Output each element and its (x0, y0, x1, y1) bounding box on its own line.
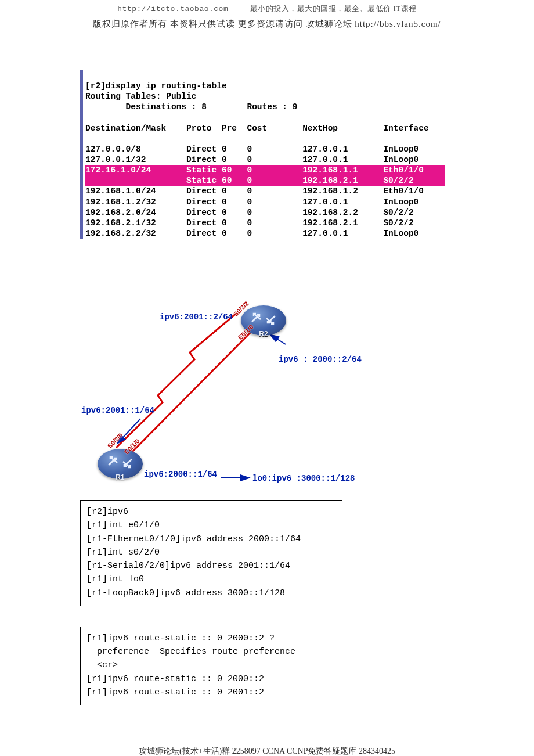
code-box-1: [r2]ipv6 [r1]int e0/1/0 [r1-Ethernet0/1/… (80, 500, 342, 606)
page-header-top: http://itcto.taobao.com 最小的投入，最大的回报，最全、最… (0, 3, 534, 14)
header-url: http://itcto.taobao.com (117, 5, 228, 13)
topology-diagram: R2 R1 ipv6:2001::2/64 ipv6 : 2000::2/64 … (81, 303, 447, 488)
svg-line-0 (131, 325, 258, 453)
routing-header-row: Destination/Mask Proto Pre Cost NextHop … (85, 124, 429, 133)
code-box-2: [r1]ipv6 route-static :: 0 2000::2 ? pre… (80, 627, 342, 705)
label-r2-eth: ipv6 : 2000::2/64 (279, 355, 362, 364)
label-r1-eth: ipv6:2000::1/64 (144, 470, 217, 479)
label-r2-serial: ipv6:2001::2/64 (160, 312, 233, 322)
label-r1-lo0: lo0:ipv6 :3000::1/128 (252, 474, 355, 483)
page-footer-line1: 攻城狮论坛(技术+生活)群 2258097 CCNA|CCNP免费答疑题库 28… (0, 746, 534, 756)
router-r1: R1 (98, 449, 143, 479)
router-r1-label: R1 (98, 473, 143, 481)
page-header-copyright: 版权归原作者所有 本资料只供试读 更多资源请访问 攻城狮论坛 http://bb… (0, 19, 534, 30)
routing-summary: Destinations : 8 Routes : 9 (85, 102, 297, 111)
routing-rows: 127.0.0.0/8 Direct 0 0 127.0.0.1 InLoop0… (85, 145, 445, 238)
header-slogan: 最小的投入，最大的回报，最全、最低价 IT课程 (250, 4, 417, 13)
routing-table-block: [r2]display ip routing-table Routing Tab… (80, 70, 445, 239)
routing-cmd: [r2]display ip routing-table (85, 81, 227, 91)
label-r1-serial: ipv6:2001::1/64 (81, 406, 154, 415)
routing-title: Routing Tables: Public (85, 92, 196, 101)
